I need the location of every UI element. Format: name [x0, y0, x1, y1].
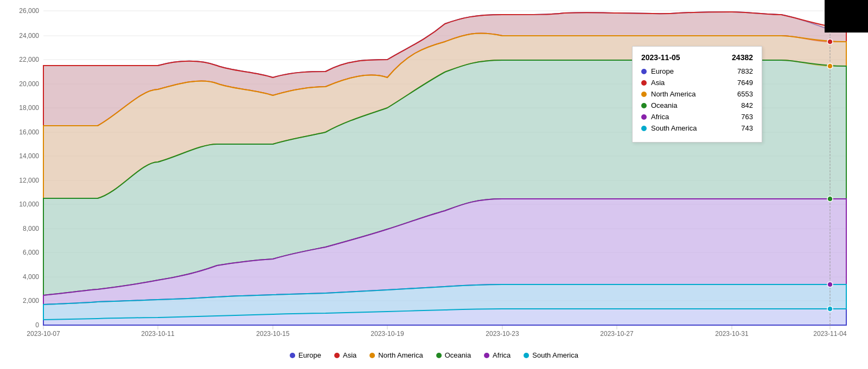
- svg-point-51: [827, 306, 833, 312]
- legend-asia-label: Asia: [343, 351, 356, 359]
- legend-europe-dot: [290, 353, 295, 358]
- tooltip-row-africa: Africa 763: [641, 113, 753, 121]
- tooltip-europe-label: Europe: [651, 67, 674, 75]
- tooltip-row-north-america: North America 6553: [641, 90, 753, 98]
- legend-asia-dot: [334, 353, 340, 358]
- oceania-dot: [641, 103, 647, 108]
- tooltip-asia-value: 7649: [737, 79, 753, 87]
- legend-item-oceania[interactable]: Oceania: [436, 351, 471, 359]
- svg-text:14,000: 14,000: [19, 152, 39, 160]
- legend-item-europe[interactable]: Europe: [290, 351, 321, 359]
- svg-text:2023-10-07: 2023-10-07: [27, 330, 60, 338]
- legend-item-asia[interactable]: Asia: [334, 351, 356, 359]
- svg-text:2023-10-15: 2023-10-15: [256, 330, 290, 338]
- svg-text:24,000: 24,000: [19, 32, 39, 40]
- tooltip-header: 2023-11-05 24382: [641, 53, 753, 62]
- svg-text:16,000: 16,000: [19, 128, 39, 136]
- svg-text:2,000: 2,000: [23, 297, 39, 305]
- north-america-dot: [641, 92, 647, 97]
- svg-point-49: [827, 196, 833, 202]
- svg-text:2023-10-11: 2023-10-11: [141, 330, 175, 338]
- svg-text:22,000: 22,000: [19, 56, 39, 63]
- legend-item-north-america[interactable]: North America: [369, 351, 423, 359]
- tooltip-row-oceania: Oceania 842: [641, 101, 753, 109]
- svg-point-48: [827, 63, 833, 69]
- svg-point-47: [827, 39, 833, 44]
- legend-oceania-label: Oceania: [445, 351, 471, 359]
- svg-text:12,000: 12,000: [19, 177, 39, 184]
- tooltip-south-america-value: 743: [741, 124, 753, 132]
- chart-container: 0 2,000 4,000 6,000 8,000 10,000 12,000 …: [0, 0, 868, 369]
- africa-dot: [641, 114, 647, 120]
- tooltip-africa-value: 763: [741, 113, 753, 121]
- tooltip-asia-label: Asia: [651, 79, 665, 87]
- chart-legend: Europe Asia North America Oceania Africa…: [290, 351, 578, 359]
- legend-item-africa[interactable]: Africa: [484, 351, 510, 359]
- tooltip-africa-label: Africa: [651, 113, 669, 121]
- europe-dot: [641, 69, 647, 74]
- svg-text:2023-10-23: 2023-10-23: [486, 330, 519, 338]
- legend-africa-dot: [484, 353, 489, 358]
- tooltip-north-america-value: 6553: [737, 90, 753, 98]
- south-america-dot: [641, 126, 647, 131]
- svg-text:2023-10-19: 2023-10-19: [371, 330, 404, 338]
- svg-text:2023-10-31: 2023-10-31: [715, 330, 749, 338]
- tooltip-row-south-america: South America 743: [641, 124, 753, 132]
- svg-text:20,000: 20,000: [19, 80, 39, 88]
- legend-europe-label: Europe: [298, 351, 321, 359]
- svg-point-50: [827, 282, 833, 287]
- svg-text:8,000: 8,000: [23, 225, 39, 232]
- asia-dot: [641, 80, 647, 86]
- svg-text:18,000: 18,000: [19, 104, 39, 112]
- tooltip-total: 24382: [732, 53, 753, 62]
- tooltip-europe-value: 7832: [737, 67, 753, 75]
- black-box-overlay: [825, 0, 868, 33]
- legend-north-america-dot: [369, 353, 375, 358]
- legend-africa-label: Africa: [493, 351, 510, 359]
- tooltip-north-america-label: North America: [651, 90, 695, 98]
- legend-south-america-dot: [524, 353, 529, 358]
- tooltip-south-america-label: South America: [651, 124, 697, 132]
- tooltip-oceania-label: Oceania: [651, 101, 677, 109]
- chart-tooltip: 2023-11-05 24382 Europe 7832 Asia 7649 N…: [632, 46, 762, 143]
- tooltip-date: 2023-11-05: [641, 53, 680, 62]
- legend-north-america-label: North America: [378, 351, 423, 359]
- svg-text:4,000: 4,000: [23, 273, 39, 281]
- tooltip-row-europe: Europe 7832: [641, 67, 753, 75]
- tooltip-row-asia: Asia 7649: [641, 79, 753, 87]
- svg-text:2023-11-04: 2023-11-04: [813, 330, 847, 338]
- tooltip-oceania-value: 842: [741, 101, 753, 109]
- svg-text:10,000: 10,000: [19, 200, 39, 208]
- legend-oceania-dot: [436, 353, 442, 358]
- svg-text:2023-10-27: 2023-10-27: [600, 330, 634, 338]
- legend-south-america-label: South America: [532, 351, 578, 359]
- svg-text:26,000: 26,000: [19, 7, 39, 15]
- svg-text:0: 0: [35, 321, 39, 329]
- legend-item-south-america[interactable]: South America: [524, 351, 578, 359]
- svg-text:6,000: 6,000: [23, 249, 39, 256]
